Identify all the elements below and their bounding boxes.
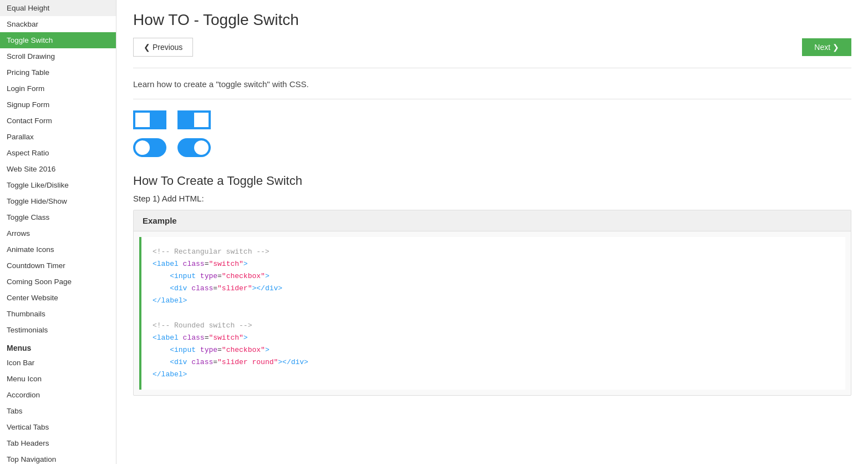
sidebar-item-icon-bar[interactable]: Icon Bar bbox=[0, 355, 116, 371]
code-line-7: <label class="switch"> bbox=[153, 332, 834, 344]
sidebar-item-arrows[interactable]: Arrows bbox=[0, 225, 116, 241]
description-text: Learn how to create a "toggle switch" wi… bbox=[133, 79, 851, 89]
toggle-rect-off[interactable] bbox=[133, 110, 166, 129]
sidebar-item-countdown-timer[interactable]: Countdown Timer bbox=[0, 258, 116, 274]
code-example-header: Example bbox=[134, 210, 851, 231]
toggle-rect-on-slider bbox=[177, 110, 211, 129]
sidebar-item-login-form[interactable]: Login Form bbox=[0, 80, 116, 97]
toggle-demos bbox=[133, 110, 851, 157]
sidebar-item-parallax[interactable]: Parallax bbox=[0, 129, 116, 145]
code-line-6: <!-- Rounded switch --> bbox=[153, 320, 834, 332]
sidebar-item-vertical-tabs[interactable]: Vertical Tabs bbox=[0, 419, 116, 435]
sidebar-item-scroll-drawing[interactable]: Scroll Drawing bbox=[0, 48, 116, 64]
toggle-round-off[interactable] bbox=[133, 138, 166, 157]
code-line-blank bbox=[153, 307, 834, 319]
sidebar-item-toggle-hide-show[interactable]: Toggle Hide/Show bbox=[0, 193, 116, 209]
sidebar-item-toggle-switch[interactable]: Toggle Switch bbox=[0, 32, 116, 48]
code-line-1: <!-- Rectangular switch --> bbox=[153, 246, 834, 258]
nav-buttons: ❮ Previous Next ❯ bbox=[133, 38, 851, 57]
toggle-rect-on[interactable] bbox=[177, 110, 211, 129]
code-line-4: <div class="slider"></div> bbox=[153, 283, 834, 295]
sidebar-item-pricing-table[interactable]: Pricing Table bbox=[0, 64, 116, 80]
code-line-9: <div class="slider round"></div> bbox=[153, 356, 834, 369]
toggle-row-round bbox=[133, 138, 851, 157]
sidebar-item-equal-height[interactable]: Equal Height bbox=[0, 0, 116, 16]
sidebar-item-toggle-like-dislike[interactable]: Toggle Like/Dislike bbox=[0, 177, 116, 193]
sidebar-item-coming-soon-page[interactable]: Coming Soon Page bbox=[0, 274, 116, 290]
toggle-round-off-slider bbox=[133, 138, 166, 157]
toggle-rect-off-slider bbox=[133, 110, 166, 129]
sidebar-item-menu-icon[interactable]: Menu Icon bbox=[0, 371, 116, 387]
sidebar-item-aspect-ratio[interactable]: Aspect Ratio bbox=[0, 145, 116, 161]
prev-button[interactable]: ❮ Previous bbox=[133, 38, 193, 57]
code-block: <!-- Rectangular switch --> <label class… bbox=[139, 237, 845, 390]
sidebar-item-top-navigation[interactable]: Top Navigation bbox=[0, 451, 116, 464]
code-line-8: <input type="checkbox"> bbox=[153, 344, 834, 356]
sidebar-item-snackbar[interactable]: Snackbar bbox=[0, 16, 116, 32]
toggle-row-rect bbox=[133, 110, 851, 129]
sidebar-item-tab-headers[interactable]: Tab Headers bbox=[0, 435, 116, 451]
sidebar-item-center-website[interactable]: Center Website bbox=[0, 290, 116, 306]
sidebar-item-signup-form[interactable]: Signup Form bbox=[0, 97, 116, 113]
sidebar-item-tabs[interactable]: Tabs bbox=[0, 403, 116, 419]
divider-mid bbox=[133, 99, 851, 99]
page-title: How TO - Toggle Switch bbox=[133, 11, 851, 29]
sidebar-item-animate-icons[interactable]: Animate Icons bbox=[0, 241, 116, 258]
sidebar-item-accordion[interactable]: Accordion bbox=[0, 387, 116, 403]
main-content: How TO - Toggle Switch ❮ Previous Next ❯… bbox=[116, 0, 868, 464]
sidebar: Equal Height Snackbar Toggle Switch Scro… bbox=[0, 0, 116, 464]
code-line-2: <label class="switch"> bbox=[153, 258, 834, 270]
sidebar-item-thumbnails[interactable]: Thumbnails bbox=[0, 306, 116, 322]
step-label: Step 1) Add HTML: bbox=[133, 194, 851, 203]
code-line-5: </label> bbox=[153, 295, 834, 307]
sidebar-item-web-site-2016[interactable]: Web Site 2016 bbox=[0, 161, 116, 177]
code-line-10: </label> bbox=[153, 369, 834, 381]
menus-section-label: Menus bbox=[0, 338, 116, 355]
sidebar-item-toggle-class[interactable]: Toggle Class bbox=[0, 209, 116, 225]
sidebar-item-testimonials[interactable]: Testimonials bbox=[0, 322, 116, 338]
section-title: How To Create a Toggle Switch bbox=[133, 174, 851, 188]
toggle-round-on-slider bbox=[177, 138, 211, 157]
next-button[interactable]: Next ❯ bbox=[802, 38, 851, 56]
sidebar-item-contact-form[interactable]: Contact Form bbox=[0, 113, 116, 129]
divider-top bbox=[133, 68, 851, 68]
code-example-box: Example <!-- Rectangular switch --> <lab… bbox=[133, 210, 851, 396]
code-line-3: <input type="checkbox"> bbox=[153, 270, 834, 283]
toggle-round-on[interactable] bbox=[177, 138, 211, 157]
